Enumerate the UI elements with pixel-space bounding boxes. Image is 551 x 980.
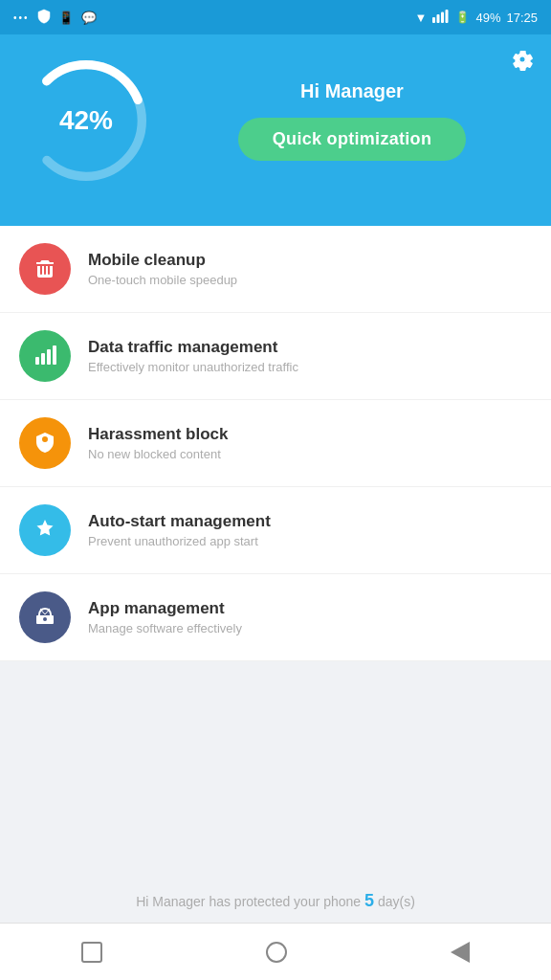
svg-rect-9 [53, 345, 56, 365]
harassment-block-title: Harassment block [88, 425, 228, 444]
menu-item-app-management[interactable]: App management Manage software effective… [0, 574, 551, 661]
battery-percent: 49% [475, 11, 500, 25]
header-right: Hi Manager Quick optimization [172, 80, 532, 161]
app-management-subtitle: Manage software effectively [88, 621, 242, 635]
data-traffic-icon [19, 330, 71, 382]
auto-start-subtitle: Prevent unauthorized app start [88, 534, 271, 548]
menu-item-mobile-cleanup[interactable]: Mobile cleanup One-touch mobile speedup [0, 226, 551, 313]
dots-icon: ••• [13, 12, 30, 23]
circle-icon [266, 942, 287, 963]
gauge-percentage: 42% [59, 105, 113, 136]
svg-rect-6 [35, 357, 39, 365]
menu-item-harassment-block[interactable]: Harassment block No new blocked content [0, 400, 551, 487]
svg-rect-1 [437, 14, 440, 23]
harassment-block-subtitle: No new blocked content [88, 447, 228, 461]
app-management-icon [19, 591, 71, 643]
nav-home-button[interactable] [81, 942, 102, 963]
battery-icon: 🔋 [455, 11, 470, 24]
time-display: 17:25 [506, 11, 538, 25]
data-traffic-text: Data traffic management Effectively moni… [88, 338, 298, 374]
nav-back-button[interactable] [451, 942, 470, 963]
settings-button[interactable] [509, 46, 536, 79]
footer-days-count: 5 [364, 891, 374, 910]
header-section: 42% Hi Manager Quick optimization [0, 34, 551, 226]
menu-list: Mobile cleanup One-touch mobile speedup … [0, 226, 551, 661]
greeting-text: Hi Manager [300, 80, 404, 102]
harassment-block-icon [19, 417, 71, 469]
svg-rect-0 [432, 17, 435, 23]
svg-rect-3 [446, 10, 449, 23]
data-traffic-subtitle: Effectively monitor unauthorized traffic [88, 360, 298, 374]
footer-suffix: day(s) [378, 894, 415, 909]
message-icon: 💬 [81, 11, 97, 25]
harassment-block-text: Harassment block No new blocked content [88, 425, 228, 461]
auto-start-icon [19, 504, 71, 556]
mobile-cleanup-title: Mobile cleanup [88, 251, 237, 270]
svg-rect-2 [441, 11, 444, 23]
svg-rect-8 [47, 349, 51, 365]
footer-message: Hi Manager has protected your phone [136, 894, 361, 909]
home-square-icon [81, 942, 102, 963]
whatsapp-icon: 📱 [58, 11, 74, 25]
mobile-cleanup-icon [19, 243, 71, 295]
footer-protection-text: Hi Manager has protected your phone 5 da… [0, 891, 551, 911]
navigation-bar [0, 923, 551, 980]
mobile-cleanup-text: Mobile cleanup One-touch mobile speedup [88, 251, 237, 287]
app-management-text: App management Manage software effective… [88, 599, 242, 635]
wifi-icon: ▼ [415, 11, 428, 25]
menu-item-auto-start[interactable]: Auto-start management Prevent unauthoriz… [0, 487, 551, 574]
status-left-icons: ••• 📱 💬 [13, 9, 97, 27]
status-right-icons: ▼ 🔋 49% 17:25 [415, 10, 538, 26]
performance-gauge: 42% [19, 54, 153, 188]
back-triangle-icon [451, 942, 470, 963]
nav-circle-button[interactable] [266, 942, 287, 963]
auto-start-title: Auto-start management [88, 512, 271, 531]
svg-rect-7 [41, 353, 45, 365]
quick-optimization-button[interactable]: Quick optimization [238, 118, 466, 161]
menu-item-data-traffic[interactable]: Data traffic management Effectively moni… [0, 313, 551, 400]
mobile-cleanup-subtitle: One-touch mobile speedup [88, 273, 237, 287]
data-traffic-title: Data traffic management [88, 338, 298, 357]
signal-icon [432, 10, 450, 26]
app-management-title: App management [88, 599, 242, 618]
shield-status-icon [37, 9, 51, 27]
auto-start-text: Auto-start management Prevent unauthoriz… [88, 512, 271, 548]
